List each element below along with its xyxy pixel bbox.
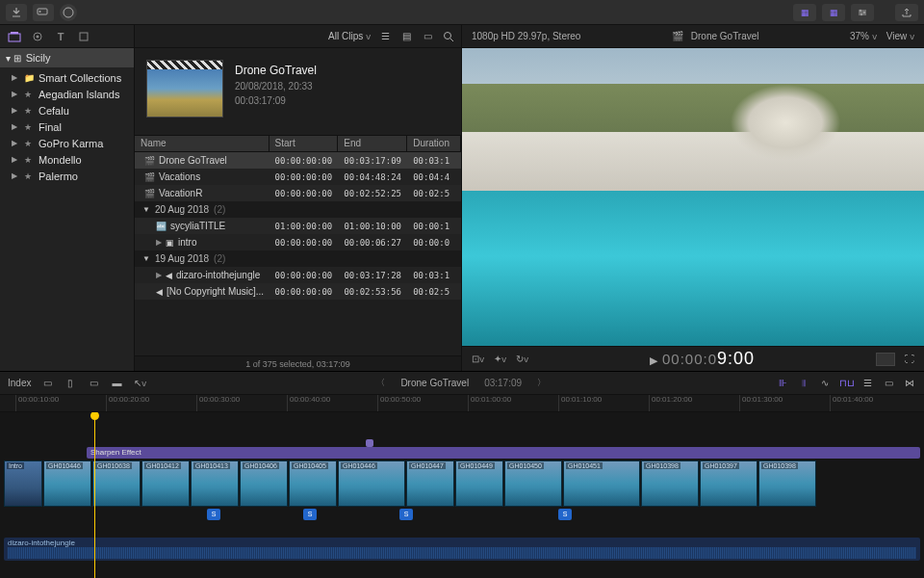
event-browser: All Clips ⅴ ☰ ▤ ▭ Drone GoTravel 20/08/2… [135, 25, 462, 371]
video-clip[interactable]: GH010446 [338, 460, 405, 507]
timeline-tracks[interactable]: Sharpen Effect IntroGH010446GH010638GH01… [0, 412, 924, 578]
generators-tab-icon[interactable] [77, 30, 90, 43]
audio-clip[interactable]: dizaro-intothejungle [4, 538, 920, 561]
connect-clip-icon[interactable]: ▭ [40, 378, 54, 388]
video-clip[interactable]: GH010412 [141, 460, 190, 507]
list-view-icon[interactable]: ▤ [399, 30, 413, 43]
transitions-icon[interactable]: ⋈ [903, 378, 916, 388]
svg-point-4 [863, 11, 865, 13]
group-row[interactable]: ▼ 19 Aug 2018 (2) [135, 250, 461, 267]
layout-browser-button[interactable]: ▦ [793, 4, 816, 21]
table-row[interactable]: ◀ [No Copyright Music]...00:00:00:0000:0… [135, 283, 461, 300]
view-dropdown[interactable]: View ⅴ [886, 31, 914, 41]
clip-appearance-icon[interactable]: ☰ [378, 30, 392, 43]
tl-settings-icon[interactable]: ☰ [860, 378, 874, 388]
sidebar-item[interactable]: ▶★Mondello [0, 151, 134, 168]
import-button[interactable] [6, 4, 27, 21]
video-clip[interactable]: GH010397 [700, 460, 757, 507]
table-row[interactable]: 🎬 VacationR00:00:00:0000:02:52:2500:02:5 [135, 185, 461, 201]
clip-table: Name Start End Duration 🎬 Drone GoTravel… [135, 135, 461, 355]
svg-rect-6 [9, 34, 20, 41]
sidebar-item[interactable]: ▶★Cefalu [0, 102, 134, 118]
photos-tab-icon[interactable] [31, 30, 44, 43]
video-clip[interactable]: GH010449 [455, 460, 503, 507]
bg-tasks-button[interactable] [60, 4, 77, 21]
viewer-title: Drone GoTravel [691, 31, 759, 41]
fullscreen-icon[interactable]: ⛶ [905, 354, 914, 364]
table-row[interactable]: 🔤 sycyliaTITLE01:00:00:0001:00:10:0000:0… [135, 218, 461, 234]
sidebar-item[interactable]: ▶📁Smart Collections [0, 69, 134, 86]
share-button[interactable] [895, 4, 918, 21]
timeline-marker[interactable]: S [558, 509, 572, 520]
video-clip[interactable]: GH010451 [563, 460, 640, 507]
audio-skim-icon[interactable]: ⫴ [797, 378, 810, 389]
timeline-ruler[interactable]: 00:00:10:0000:00:20:0000:00:30:0000:00:4… [0, 395, 924, 412]
retime-tool-icon[interactable]: ↻ⅴ [516, 354, 528, 364]
video-clip[interactable]: GH010638 [92, 460, 141, 507]
browser-status: 1 of 375 selected, 03:17:09 [135, 355, 461, 371]
skimming-icon[interactable]: ⊪ [776, 378, 789, 388]
video-clip[interactable]: GH010398 [641, 460, 699, 507]
library-header[interactable]: ▾ ⊞ Sicily [0, 48, 134, 67]
filter-dropdown[interactable]: All Clips ⅴ [328, 31, 371, 41]
clip-date: 20/08/2018, 20:33 [235, 81, 317, 92]
table-row[interactable]: ▶◀ dizaro-intothejungle00:00:00:0000:03:… [135, 267, 461, 283]
library-grid-icon: ▾ ⊞ [6, 53, 21, 64]
history-fwd-icon[interactable]: 〉 [537, 377, 546, 389]
filmstrip-icon[interactable]: ▭ [421, 30, 434, 43]
append-clip-icon[interactable]: ▭ [87, 378, 100, 388]
viewer-canvas[interactable] [462, 48, 924, 346]
video-clip[interactable]: GH010446 [43, 460, 91, 507]
app-toolbar: ▦ ▦ [0, 0, 924, 25]
table-row[interactable]: 🎬 Vacations00:00:00:0000:04:48:2400:04:4 [135, 169, 461, 185]
sidebar-item[interactable]: ▶★Aegadian Islands [0, 86, 134, 102]
video-clip[interactable]: GH010406 [240, 460, 288, 507]
table-row[interactable]: ▶▣ intro00:00:00:0000:00:06:2700:00:0 [135, 234, 461, 250]
play-icon[interactable]: ▶ [650, 355, 658, 366]
sidebar-item[interactable]: ▶★Palermo [0, 168, 134, 184]
select-tool-icon[interactable]: ↖ⅴ [133, 378, 146, 388]
overwrite-clip-icon[interactable]: ▬ [110, 378, 123, 388]
sidebar-item[interactable]: ▶★GoPro Karma [0, 135, 134, 151]
svg-point-9 [37, 35, 39, 38]
col-start[interactable]: Start [270, 136, 339, 151]
video-clip[interactable]: GH010447 [406, 460, 454, 507]
video-clip[interactable]: GH010405 [289, 460, 337, 507]
video-clip[interactable]: Intro [4, 460, 42, 507]
timeline-marker[interactable]: S [207, 509, 220, 520]
zoom-dropdown[interactable]: 37% ⅴ [850, 31, 877, 41]
group-row[interactable]: ▼ 20 Aug 2018 (2) [135, 201, 461, 218]
layout-timeline-button[interactable]: ▦ [822, 4, 845, 21]
snap-icon[interactable]: ⊓⊔ [839, 378, 853, 388]
library-sidebar: T ▾ ⊞ Sicily ▶📁Smart Collections▶★Aegadi… [0, 25, 135, 371]
enhance-tool-icon[interactable]: ✦ⅴ [494, 354, 506, 364]
timeline-marker[interactable]: S [303, 509, 317, 520]
sidebar-item[interactable]: ▶★Final [0, 118, 134, 135]
transform-tool-icon[interactable]: ⊡ⅴ [472, 354, 484, 364]
clip-thumbnail[interactable] [146, 60, 223, 118]
titles-tab-icon[interactable]: T [54, 30, 67, 43]
video-clip[interactable]: GH010450 [504, 460, 562, 507]
keyword-button[interactable] [33, 4, 54, 21]
col-name[interactable]: Name [135, 136, 270, 151]
table-row[interactable]: 🎬 Drone GoTravel00:00:00:0000:03:17:0900… [135, 152, 461, 169]
video-clip[interactable]: GH010413 [191, 460, 239, 507]
inspector-button[interactable] [851, 4, 874, 21]
audio-meter [876, 353, 895, 366]
video-clip[interactable]: GH010398 [758, 460, 816, 507]
history-back-icon[interactable]: 〈 [376, 377, 385, 389]
col-duration[interactable]: Duration [407, 136, 461, 151]
effect-marker[interactable] [366, 439, 373, 447]
playhead[interactable] [94, 412, 95, 578]
col-end[interactable]: End [338, 136, 407, 151]
effect-clip[interactable]: Sharpen Effect [87, 447, 920, 459]
svg-point-11 [445, 32, 451, 39]
solo-icon[interactable]: ∿ [818, 378, 832, 388]
library-tab-icon[interactable] [8, 30, 21, 43]
insert-clip-icon[interactable]: ▯ [64, 378, 77, 388]
search-icon[interactable] [442, 30, 455, 43]
index-button[interactable]: Index [8, 378, 31, 388]
effects-browser-icon[interactable]: ▭ [882, 378, 895, 388]
timeline-marker[interactable]: S [399, 509, 413, 520]
timeline-panel: Index ▭ ▯ ▭ ▬ ↖ⅴ 〈 Drone GoTravel 03:17:… [0, 372, 924, 578]
